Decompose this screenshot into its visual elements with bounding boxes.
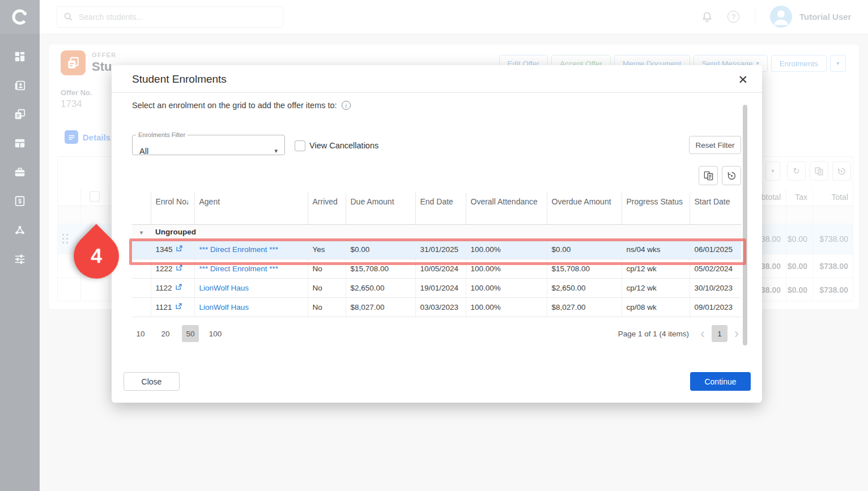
table-row-1121[interactable]: 1121 LionWolf Haus No $8,027.00 03/03/20… (132, 297, 741, 317)
notifications-button[interactable] (701, 11, 713, 23)
tab-details[interactable]: Details (65, 130, 110, 144)
continue-button[interactable]: Continue (690, 372, 751, 391)
page-size-100[interactable]: 100 (207, 325, 224, 342)
cell-end-date: 10/05/2024 (415, 259, 466, 278)
col-tax: Tax (795, 193, 807, 202)
topbar-divider (755, 8, 755, 26)
close-icon[interactable]: ✕ (735, 71, 750, 88)
agent-link[interactable]: LionWolf Haus (199, 303, 249, 311)
chevron-down-icon: ▾ (836, 61, 839, 66)
cell-tax: $0.00 (788, 262, 807, 271)
finance-icon: $ (14, 195, 26, 207)
sidebar-item-settings[interactable] (13, 252, 27, 266)
agent-link[interactable]: *** Direct Enrolment *** (199, 264, 279, 273)
col-due-amount[interactable]: Due Amount (346, 193, 415, 224)
enrol-no-value: 1121 (156, 303, 172, 311)
topbar: ? Tutorial User (40, 0, 868, 34)
grid-divider (786, 188, 786, 301)
chevron-right-icon[interactable]: › (733, 327, 740, 340)
offer-entity-icon (61, 50, 86, 75)
cell-overall-attendance: 100.00% (466, 278, 547, 297)
collapse-icon[interactable]: ▾ (140, 229, 143, 236)
page-size-20[interactable]: 20 (157, 325, 174, 342)
cell-overall-attendance: 100.00% (466, 297, 547, 317)
cell-tax: $0.00 (788, 234, 807, 244)
grid-refresh-button[interactable]: ↻ (787, 161, 806, 181)
tab-details-label: Details (83, 133, 110, 142)
cell-arrived: No (308, 278, 346, 297)
offers-icon (14, 108, 26, 121)
table-row-1222[interactable]: 1222 *** Direct Enrolment *** No $15,708… (132, 259, 741, 278)
drag-handle-icon[interactable] (62, 234, 69, 244)
page-title: Stu (92, 59, 112, 74)
cell-progress-status: cp/12 wk (622, 259, 690, 278)
external-link-icon[interactable] (176, 245, 183, 254)
table-row-1345[interactable]: 1345 *** Direct Enrolment *** Yes $0.00 … (132, 240, 741, 259)
col-overdue-amount[interactable]: Overdue Amount (547, 193, 622, 224)
grid-dropdown-button[interactable]: ▾ (765, 161, 780, 181)
chevron-down-icon: ▾ (274, 147, 278, 155)
external-link-icon[interactable] (175, 302, 182, 311)
col-agent[interactable]: Agent (194, 193, 308, 224)
app-logo[interactable] (0, 0, 40, 34)
more-actions-button[interactable]: ▾ (830, 55, 846, 72)
cell-end-date: 03/03/2023 (415, 297, 466, 317)
cell-start-date: 09/01/2023 (690, 297, 741, 317)
info-icon[interactable]: i (342, 101, 351, 110)
close-button[interactable]: Close (124, 372, 180, 391)
grid-restore-layout-button[interactable] (832, 161, 851, 181)
reset-filter-button[interactable]: Reset Filter (689, 136, 741, 154)
instruction-text: Select an enrolment on the grid to add t… (132, 101, 337, 110)
enrolments-filter-select[interactable]: Enrolments Filter All ▾ (132, 131, 285, 155)
table-row-1122[interactable]: 1122 LionWolf Haus No $2,650.00 19/01/20… (132, 278, 741, 297)
cell-overdue-amount: $15,708.00 (547, 259, 622, 278)
enrolments-filter-label: Enrolments Filter (136, 131, 188, 138)
group-expand-column (132, 193, 151, 224)
external-link-icon[interactable] (175, 283, 182, 292)
sidebar-item-finance[interactable]: $ (13, 194, 27, 208)
col-overall-attendance[interactable]: Overall Attendance (466, 193, 547, 224)
external-link-icon[interactable] (176, 264, 183, 273)
chevron-left-icon[interactable]: ‹ (699, 327, 706, 340)
user-avatar[interactable] (770, 6, 792, 28)
cell-due-amount: $8,027.00 (346, 297, 415, 317)
page-number-button[interactable]: 1 (712, 325, 727, 342)
group-row-ungrouped[interactable]: ▾ Ungrouped (132, 224, 741, 240)
page-size-50[interactable]: 50 (182, 325, 199, 342)
restore-icon (837, 166, 846, 176)
restore-layout-button[interactable] (722, 166, 741, 185)
enrolments-button[interactable]: Enrolments (771, 55, 827, 72)
search-input[interactable] (57, 6, 283, 28)
cell-due-amount: $2,650.00 (346, 278, 415, 297)
enrolments-table: Enrol No.↓ Agent Arrived Due Amount End … (132, 193, 741, 317)
col-arrived[interactable]: Arrived (308, 193, 346, 224)
dialog-header-divider (112, 92, 762, 93)
agent-link[interactable]: *** Direct Enrolment *** (199, 245, 279, 254)
agent-link[interactable]: LionWolf Haus (199, 284, 249, 292)
select-all-checkbox[interactable] (90, 191, 100, 202)
col-enrol-no[interactable]: Enrol No.↓ (151, 193, 194, 224)
sidebar-item-students[interactable] (13, 79, 27, 92)
cell-progress-status: ns/04 wks (622, 240, 690, 259)
dialog-scrollbar[interactable] (743, 105, 747, 345)
column-chooser-button[interactable] (699, 166, 718, 185)
sidebar-item-dashboard[interactable] (13, 50, 27, 63)
logo-icon (10, 7, 30, 27)
students-icon (14, 79, 26, 92)
col-end-date[interactable]: End Date (415, 193, 466, 224)
page-size-10[interactable]: 10 (132, 325, 149, 342)
cell-end-date: 19/01/2024 (415, 278, 466, 297)
sidebar-item-offers[interactable] (13, 108, 27, 121)
group-label: Ungrouped (151, 224, 741, 240)
sidebar-item-pathways[interactable] (13, 223, 27, 237)
help-button[interactable]: ? (727, 11, 740, 23)
grid-column-chooser-button[interactable] (810, 161, 828, 181)
col-progress-status[interactable]: Progress Status (622, 193, 690, 224)
sidebar-item-agents[interactable] (13, 165, 27, 179)
refresh-icon: ↻ (793, 166, 800, 176)
cell-arrived: No (308, 297, 346, 317)
network-icon (14, 224, 26, 236)
col-start-date[interactable]: Start Date (690, 193, 741, 224)
view-cancellations-checkbox[interactable] (295, 140, 305, 151)
sidebar-item-classes[interactable] (13, 136, 27, 150)
